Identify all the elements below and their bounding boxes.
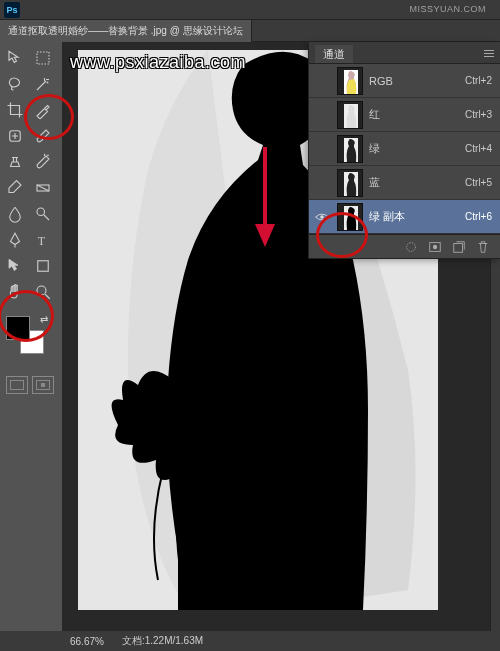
channel-shortcut: Ctrl+3 bbox=[465, 109, 500, 120]
tool-palette: T ⇄ bbox=[0, 42, 60, 631]
swap-colors-icon[interactable]: ⇄ bbox=[40, 314, 48, 325]
tab-channels[interactable]: 通道 bbox=[315, 45, 353, 63]
pen-tool[interactable] bbox=[2, 228, 28, 252]
zoom-tool[interactable] bbox=[30, 280, 56, 304]
channel-name: RGB bbox=[369, 75, 465, 87]
svg-point-14 bbox=[407, 242, 416, 251]
channel-name: 蓝 bbox=[369, 175, 465, 190]
lasso-tool[interactable] bbox=[2, 72, 28, 96]
channels-panel: 通道 RGB Ctrl+2 红 Ctrl+3 绿 Ctrl+4 蓝 Ctrl+5 bbox=[308, 42, 500, 259]
channel-thumbnail bbox=[337, 203, 363, 231]
delete-channel-icon[interactable] bbox=[476, 240, 490, 254]
quick-mask-row bbox=[2, 376, 58, 394]
corner-watermark: MISSYUAN.COM bbox=[409, 4, 486, 14]
svg-point-16 bbox=[433, 244, 437, 248]
svg-rect-5 bbox=[38, 261, 49, 272]
move-tool[interactable] bbox=[2, 46, 28, 70]
panel-menu-button[interactable] bbox=[482, 46, 496, 60]
clone-stamp-tool[interactable] bbox=[2, 150, 28, 174]
svg-rect-17 bbox=[454, 243, 463, 252]
channel-name: 绿 bbox=[369, 141, 465, 156]
svg-point-3 bbox=[37, 208, 45, 216]
save-selection-icon[interactable] bbox=[428, 240, 442, 254]
path-selection-tool[interactable] bbox=[2, 254, 28, 278]
svg-point-12 bbox=[320, 215, 324, 219]
channel-thumbnail bbox=[337, 169, 363, 197]
svg-rect-0 bbox=[37, 52, 49, 64]
eyedropper-tool[interactable] bbox=[30, 98, 56, 122]
color-swatches[interactable]: ⇄ bbox=[2, 312, 52, 354]
magic-wand-tool[interactable] bbox=[30, 72, 56, 96]
type-tool[interactable]: T bbox=[30, 228, 56, 252]
channel-shortcut: Ctrl+4 bbox=[465, 143, 500, 154]
visibility-toggle[interactable] bbox=[309, 212, 335, 222]
document-title: 通道抠取透明婚纱——替换背景 .jpg @ 思缘设计论坛 bbox=[8, 24, 243, 38]
channel-row-blue[interactable]: 蓝 Ctrl+5 bbox=[309, 166, 500, 200]
channel-shortcut: Ctrl+6 bbox=[465, 211, 500, 222]
eye-icon bbox=[315, 212, 329, 222]
ps-logo-icon: Ps bbox=[4, 2, 20, 18]
quick-mask-button[interactable] bbox=[32, 376, 54, 394]
channels-panel-footer bbox=[309, 234, 500, 258]
blur-tool[interactable] bbox=[2, 202, 28, 226]
zoom-level[interactable]: 66.67% bbox=[70, 636, 104, 647]
channel-shortcut: Ctrl+5 bbox=[465, 177, 500, 188]
shape-tool[interactable] bbox=[30, 254, 56, 278]
channel-name: 红 bbox=[369, 107, 465, 122]
eraser-tool[interactable] bbox=[2, 176, 28, 200]
new-channel-icon[interactable] bbox=[452, 240, 466, 254]
foreground-color-swatch[interactable] bbox=[6, 316, 30, 340]
history-brush-tool[interactable] bbox=[30, 150, 56, 174]
panel-tab-bar: 通道 bbox=[309, 42, 500, 64]
document-tab-row: 通道抠取透明婚纱——替换背景 .jpg @ 思缘设计论坛 bbox=[0, 20, 500, 42]
document-tab[interactable]: 通道抠取透明婚纱——替换背景 .jpg @ 思缘设计论坛 bbox=[0, 20, 252, 42]
channel-name: 绿 副本 bbox=[369, 209, 465, 224]
channel-row-green-copy[interactable]: 绿 副本 Ctrl+6 bbox=[309, 200, 500, 234]
document-info: 文档:1.22M/1.63M bbox=[122, 634, 203, 648]
standard-mode-button[interactable] bbox=[6, 376, 28, 394]
channel-thumbnail bbox=[337, 67, 363, 95]
crop-tool[interactable] bbox=[2, 98, 28, 122]
channel-thumbnail bbox=[337, 101, 363, 129]
brush-tool[interactable] bbox=[30, 124, 56, 148]
marquee-tool[interactable] bbox=[30, 46, 56, 70]
channel-shortcut: Ctrl+2 bbox=[465, 75, 500, 86]
channel-thumbnail bbox=[337, 135, 363, 163]
channel-row-green[interactable]: 绿 Ctrl+4 bbox=[309, 132, 500, 166]
hand-tool[interactable] bbox=[2, 280, 28, 304]
channel-row-red[interactable]: 红 Ctrl+3 bbox=[309, 98, 500, 132]
channel-row-rgb[interactable]: RGB Ctrl+2 bbox=[309, 64, 500, 98]
dodge-tool[interactable] bbox=[30, 202, 56, 226]
status-bar: 66.67% 文档:1.22M/1.63M bbox=[0, 631, 500, 651]
healing-brush-tool[interactable] bbox=[2, 124, 28, 148]
gradient-tool[interactable] bbox=[30, 176, 56, 200]
svg-point-6 bbox=[37, 286, 46, 295]
svg-text:T: T bbox=[38, 234, 46, 248]
load-selection-icon[interactable] bbox=[404, 240, 418, 254]
